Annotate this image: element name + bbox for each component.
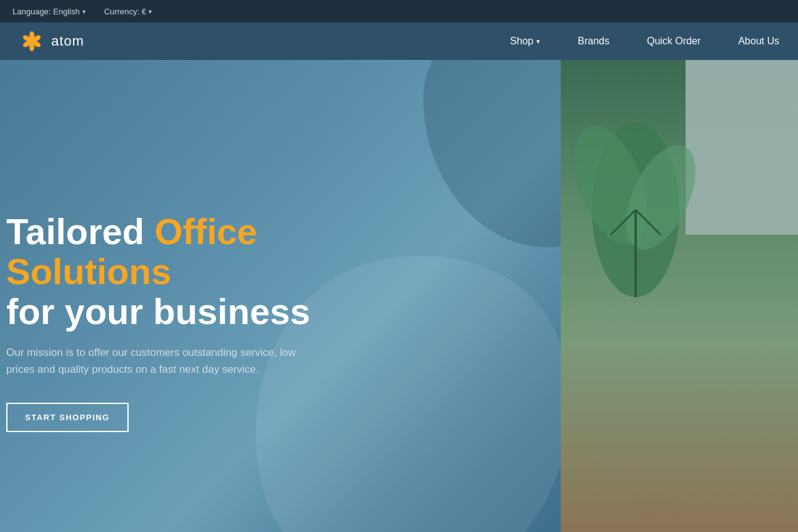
currency-selector[interactable]: Currency: € ▾ [104,7,152,16]
hero-content: Tailored Office Solutions for your busin… [6,212,381,432]
svg-point-6 [30,39,34,44]
language-label: Language: English [12,7,80,16]
nav-item-about-us[interactable]: About Us [738,36,779,47]
nav-quick-order-label: Quick Order [647,36,701,47]
plant-decoration [573,110,698,310]
nav-link-shop[interactable]: Shop ▾ [510,36,540,47]
logo-icon [19,28,45,54]
top-bar: Language: English ▾ Currency: € ▾ [0,0,798,22]
nav-link-quick-order[interactable]: Quick Order [647,36,701,47]
currency-label: Currency: € [104,7,146,16]
nav-link-about-us[interactable]: About Us [738,36,779,47]
language-selector[interactable]: Language: English ▾ [12,7,86,16]
logo-text: atom [51,33,84,49]
hero-section: Tailored Office Solutions for your busin… [0,60,798,532]
nav-shop-label: Shop [510,36,533,47]
shop-chevron: ▾ [536,37,540,46]
hero-image-bg [561,60,798,532]
currency-chevron: ▾ [149,8,152,15]
nav-about-us-label: About Us [738,36,779,47]
logo-link[interactable]: atom [19,28,84,54]
hero-title-suffix: for your business [6,291,310,332]
nav-links: Shop ▾ Brands Quick Order About Us [510,36,779,47]
hero-title-prefix: Tailored [6,211,154,252]
nav-item-shop[interactable]: Shop ▾ [510,36,540,47]
start-shopping-button[interactable]: START SHOPPING [6,403,129,432]
building-decoration [686,60,798,235]
nav-link-brands[interactable]: Brands [578,36,609,47]
cta-label: START SHOPPING [25,413,110,422]
hero-subtitle: Our mission is to offer our customers ou… [6,344,306,378]
nav-item-brands[interactable]: Brands [578,36,609,47]
navbar: atom Shop ▾ Brands Quick Order About Us [0,22,798,60]
nav-item-quick-order[interactable]: Quick Order [647,36,701,47]
nav-brands-label: Brands [578,36,609,47]
hero-title: Tailored Office Solutions for your busin… [6,212,381,331]
language-chevron: ▾ [82,8,86,15]
hero-image-panel [561,60,798,532]
